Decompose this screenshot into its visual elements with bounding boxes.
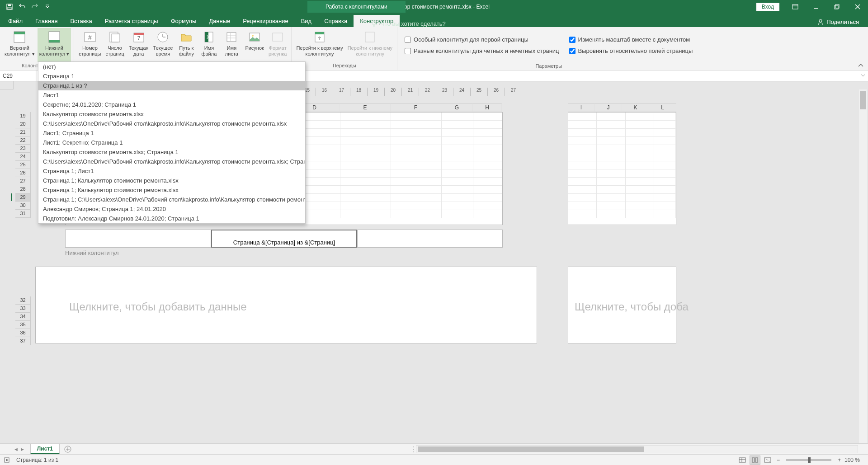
close-icon[interactable] <box>847 0 868 14</box>
tab-insert[interactable]: Вставка <box>64 15 98 27</box>
row-header[interactable]: 19 <box>15 112 31 120</box>
col-header[interactable]: G <box>441 103 473 112</box>
row-header[interactable]: 34 <box>15 313 31 321</box>
undo-icon[interactable] <box>16 1 28 13</box>
vscroll-thumb[interactable] <box>860 91 866 109</box>
header-button[interactable]: Верхнийколонтитул ▾ <box>3 28 37 62</box>
dropdown-item[interactable]: Лист1 <box>38 90 305 100</box>
chk-scale-with-doc[interactable]: Изменять масштаб вместе с документом <box>569 36 693 43</box>
col-header[interactable]: H <box>473 103 502 112</box>
maximize-icon[interactable] <box>826 0 847 14</box>
zoom-out-icon[interactable]: − <box>775 457 782 463</box>
dropdown-item[interactable]: Лист1; Страница 1 <box>38 128 305 138</box>
chk-different-first[interactable]: Особый колонтитул для первой страницы <box>405 36 559 43</box>
tab-formulas[interactable]: Формулы <box>165 15 203 27</box>
row-header[interactable]: 23 <box>15 145 31 153</box>
tab-data[interactable]: Данные <box>203 15 236 27</box>
select-all-corner[interactable] <box>0 81 14 89</box>
tab-view[interactable]: Вид <box>295 15 318 27</box>
zoom-level[interactable]: 100 % <box>844 457 864 463</box>
row-header[interactable]: 27 <box>15 177 31 185</box>
tab-review[interactable]: Рецензирование <box>236 15 294 27</box>
dropdown-item[interactable]: Страница 1; Калькулятор стоимости ремонт… <box>38 176 305 185</box>
row-header[interactable]: 36 <box>15 329 31 337</box>
col-header[interactable]: J <box>595 103 622 112</box>
tab-page-layout[interactable]: Разметка страницы <box>99 15 165 27</box>
row-header[interactable]: 37 <box>15 337 31 345</box>
horizontal-scrollbar[interactable] <box>416 445 858 453</box>
share-button[interactable]: Поделиться <box>814 17 863 27</box>
zoom-slider[interactable] <box>786 459 831 461</box>
picture-button[interactable]: Рисунок <box>243 28 266 62</box>
tell-me[interactable]: Что вы хотите сделать? <box>371 20 446 27</box>
page-number-button[interactable]: #Номерстраницы <box>77 28 103 62</box>
footer-button[interactable]: Нижнийколонтитул ▾ <box>38 28 71 62</box>
current-time-button[interactable]: Текущеевремя <box>151 28 175 62</box>
page-body-right[interactable] <box>568 112 676 225</box>
row-header[interactable]: 30 <box>15 202 31 210</box>
current-date-button[interactable]: 7Текущаядата <box>127 28 151 62</box>
dropdown-item[interactable]: Страница 1 <box>38 71 305 81</box>
dropdown-item[interactable]: Секретно; 24.01.2020; Страница 1 <box>38 100 305 109</box>
footer-center-segment[interactable]: Страница &[Страница] из &[Страниц] <box>211 230 357 248</box>
normal-view-icon[interactable] <box>737 456 748 465</box>
dropdown-item[interactable]: Лист1; Секретно; Страница 1 <box>38 138 305 147</box>
tab-home[interactable]: Главная <box>29 15 64 27</box>
login-button[interactable]: Вход <box>756 3 779 11</box>
zoom-handle[interactable] <box>808 457 811 463</box>
footer-left-segment[interactable] <box>65 230 211 248</box>
hscroll-thumb[interactable] <box>418 446 644 452</box>
sheet-tab-1[interactable]: Лист1 <box>30 444 60 454</box>
row-header[interactable]: 31 <box>15 210 31 218</box>
ribbon-display-icon[interactable] <box>785 0 806 14</box>
row-header[interactable]: 25 <box>15 161 31 169</box>
sheet-name-button[interactable]: Имялиста <box>221 28 242 62</box>
file-name-button[interactable]: XИмяфайла <box>198 28 220 62</box>
row-header[interactable]: 21 <box>15 128 31 136</box>
add-sheet-button[interactable] <box>62 444 73 455</box>
save-icon[interactable] <box>4 1 15 13</box>
row-header[interactable]: 29 <box>15 193 31 202</box>
goto-header-button[interactable]: Перейти к верхнемуколонтитулу <box>294 28 344 62</box>
row-header[interactable]: 35 <box>15 321 31 329</box>
dropdown-item[interactable]: Страница 1; Калькулятор стоимости ремонт… <box>38 185 305 195</box>
col-header[interactable]: I <box>568 103 595 112</box>
row-header[interactable]: 33 <box>15 305 31 313</box>
collapse-ribbon-icon[interactable] <box>856 62 865 69</box>
col-header[interactable]: E <box>340 103 391 112</box>
dropdown-item[interactable]: Подготовил: Александр Смирнов 24.01.2020… <box>38 214 305 223</box>
chk-align-margins[interactable]: Выровнять относительно полей страницы <box>569 47 693 54</box>
tab-file[interactable]: Файл <box>2 15 29 27</box>
footer-right-segment[interactable] <box>357 230 503 248</box>
row-header[interactable]: 22 <box>15 136 31 145</box>
page-layout-view-icon[interactable] <box>750 456 760 465</box>
vertical-scrollbar[interactable] <box>859 89 867 443</box>
dropdown-item[interactable]: Страница 1; Лист1 <box>38 166 305 176</box>
expand-formula-icon[interactable] <box>859 71 867 80</box>
chk-different-odd-even[interactable]: Разные колонтитулы для четных и нечетных… <box>405 47 559 54</box>
row-header[interactable]: 20 <box>15 120 31 128</box>
dropdown-item[interactable]: C:\Users\alexs\OneDrive\Рабочий стол\kak… <box>38 119 305 128</box>
dropdown-item[interactable]: Александр Смирнов; Страница 1; 24.01.202… <box>38 204 305 214</box>
dropdown-item[interactable]: (нет) <box>38 62 305 71</box>
macro-record-icon[interactable] <box>4 457 10 463</box>
dropdown-item[interactable]: C:\Users\alexs\OneDrive\Рабочий стол\kak… <box>38 157 305 166</box>
file-path-button[interactable]: Путь кфайлу <box>175 28 197 62</box>
dropdown-item[interactable]: Страница 1 из ? <box>38 81 305 90</box>
page-body-2-right[interactable]: Щелкните, чтобы доба <box>568 267 676 343</box>
dropdown-item[interactable]: Страница 1; C:\Users\alexs\OneDrive\Рабо… <box>38 195 305 204</box>
dropdown-item[interactable]: Калькулятор стоимости ремонта.xlsx; Стра… <box>38 147 305 157</box>
col-header[interactable]: F <box>391 103 441 112</box>
row-header[interactable]: 32 <box>15 296 31 305</box>
qat-customize-icon[interactable] <box>42 1 53 13</box>
row-header[interactable]: 26 <box>15 169 31 177</box>
dropdown-item[interactable]: Калькулятор стоимости ремонта.xlsx <box>38 109 305 119</box>
row-header[interactable]: 24 <box>15 153 31 161</box>
row-header[interactable]: 28 <box>15 185 31 193</box>
page-count-button[interactable]: Числостраниц <box>104 28 126 62</box>
tab-help[interactable]: Справка <box>318 15 354 27</box>
col-header[interactable]: K <box>622 103 649 112</box>
zoom-in-icon[interactable]: + <box>836 457 843 463</box>
page-body-2[interactable]: Щелкните, чтобы добавить данные <box>35 267 537 343</box>
name-box[interactable]: C29 <box>0 70 37 81</box>
